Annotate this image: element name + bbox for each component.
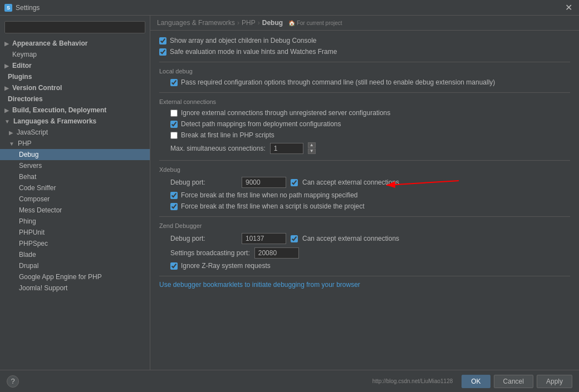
break-first-line-checkbox[interactable] xyxy=(170,132,178,139)
ignore-external-checkbox[interactable] xyxy=(170,110,178,117)
sidebar-items-container: Appearance & BehaviorKeymapEditorPlugins… xyxy=(0,38,150,294)
sidebar-item-javascript[interactable]: JavaScript xyxy=(0,127,150,138)
sidebar-item-phpspec[interactable]: PHPSpec xyxy=(0,238,150,249)
sidebar-label-debug: Debug xyxy=(19,151,38,158)
sidebar-item-phpunit[interactable]: PHPUnit xyxy=(0,227,150,238)
external-connections-section-label: External connections xyxy=(159,98,570,105)
cancel-button[interactable]: Cancel xyxy=(494,375,533,388)
sidebar-label-phpunit: PHPUnit xyxy=(19,229,45,236)
sidebar-label-javascript: JavaScript xyxy=(17,128,48,136)
show-array-label: Show array and object children in Debug … xyxy=(170,37,317,44)
sidebar-item-debug[interactable]: Debug xyxy=(0,149,150,160)
sidebar-label-codesniffer: Code Sniffer xyxy=(19,184,56,192)
zend-can-accept-checkbox[interactable] xyxy=(291,235,298,242)
ignore-external-label: Ignore external connections through unre… xyxy=(181,109,390,117)
safe-eval-label: Safe evaluation mode in value hints and … xyxy=(170,48,337,56)
max-connections-spinner: ▲ ▼ xyxy=(308,142,316,154)
sidebar-label-phing: Phing xyxy=(19,217,36,225)
sidebar-label-keymap: Keymap xyxy=(12,51,37,58)
title-bar-left: S Settings xyxy=(4,4,40,12)
break-first-line-label: Break at first line in PHP scripts xyxy=(181,131,274,139)
arrow-languages xyxy=(4,118,10,125)
sidebar-item-versioncontrol[interactable]: Version Control xyxy=(0,82,150,93)
sidebar-item-php[interactable]: PHP xyxy=(0,138,150,149)
debugger-link[interactable]: Use debugger bookmarklets to initiate de… xyxy=(159,281,360,289)
zend-port-input[interactable] xyxy=(242,233,286,244)
sidebar-item-build[interactable]: Build, Execution, Deployment xyxy=(0,105,150,116)
sidebar-item-phing[interactable]: Phing xyxy=(0,216,150,227)
sidebar-label-editor: Editor xyxy=(12,62,32,70)
xdebug-can-accept-checkbox[interactable] xyxy=(291,179,298,186)
max-connections-label: Max. simultaneous connections: xyxy=(170,145,266,152)
help-button[interactable]: ? xyxy=(7,375,19,388)
sidebar-item-messdetector[interactable]: Mess Detector xyxy=(0,205,150,216)
xdebug-port-input[interactable] xyxy=(242,177,286,188)
spinner-down[interactable]: ▼ xyxy=(308,148,316,154)
pass-required-checkbox[interactable] xyxy=(170,79,178,86)
broadcast-port-row: Settings broadcasting port: xyxy=(170,246,570,260)
detect-path-label: Detect path mappings from deployment con… xyxy=(181,120,341,128)
sidebar-label-blade: Blade xyxy=(19,251,36,259)
zend-port-label: Debug port: xyxy=(170,235,237,242)
breadcrumb: Languages & Frameworks › PHP › Debug 🏠 F… xyxy=(150,16,579,31)
sidebar-item-composer[interactable]: Composer xyxy=(0,193,150,205)
apply-button[interactable]: Apply xyxy=(537,375,572,388)
sidebar-item-editor[interactable]: Editor xyxy=(0,60,150,71)
sidebar-item-appearance[interactable]: Appearance & Behavior xyxy=(0,38,150,49)
detect-path-checkbox[interactable] xyxy=(170,121,178,128)
zend-port-row: Debug port: Can accept external connecti… xyxy=(170,231,570,246)
ok-button[interactable]: OK xyxy=(462,375,490,388)
sidebar: Appearance & BehaviorKeymapEditorPlugins… xyxy=(0,16,150,370)
zend-can-accept-label: Can accept external connections xyxy=(302,235,399,242)
max-connections-input[interactable] xyxy=(270,143,303,154)
sidebar-item-plugins[interactable]: Plugins xyxy=(0,71,150,82)
broadcast-port-input[interactable] xyxy=(254,247,299,259)
sidebar-item-codesniffer[interactable]: Code Sniffer xyxy=(0,182,150,193)
search-input[interactable] xyxy=(4,21,145,33)
sidebar-item-languages[interactable]: Languages & Frameworks xyxy=(0,116,150,127)
bottom-bar: ? http://blog.csdn.net/LiuMiao1128 OK Ca… xyxy=(0,370,579,392)
close-button[interactable]: ✕ xyxy=(563,3,575,12)
break-first-line-row: Break at first line in PHP scripts xyxy=(170,130,570,141)
sidebar-label-plugins: Plugins xyxy=(8,73,32,81)
ignore-external-row: Ignore external connections through unre… xyxy=(170,107,570,118)
force-break-outside-label: Force break at the first line when a scr… xyxy=(181,202,365,210)
main-container: Appearance & BehaviorKeymapEditorPlugins… xyxy=(0,16,579,370)
sidebar-item-servers[interactable]: Servers xyxy=(0,160,150,171)
sidebar-item-keymap[interactable]: Keymap xyxy=(0,49,150,60)
sidebar-label-composer: Composer xyxy=(19,195,50,203)
sidebar-item-googleappengine[interactable]: Google App Engine for PHP xyxy=(0,271,150,282)
sidebar-label-joomla: Joomla! Support xyxy=(19,284,67,292)
ignore-zray-row: Ignore Z-Ray system requests xyxy=(170,260,570,271)
spinner-up[interactable]: ▲ xyxy=(308,142,316,148)
sidebar-label-directories: Directories xyxy=(8,95,43,103)
sidebar-label-drupal: Drupal xyxy=(19,262,38,270)
ignore-zray-checkbox[interactable] xyxy=(170,262,178,270)
sidebar-label-behat: Behat xyxy=(19,173,36,181)
show-array-checkbox[interactable] xyxy=(159,37,166,44)
force-break-outside-checkbox[interactable] xyxy=(170,203,178,210)
sidebar-item-behat[interactable]: Behat xyxy=(0,171,150,182)
project-icon: 🏠 For current project xyxy=(288,20,342,26)
sidebar-item-directories[interactable]: Directories xyxy=(0,93,150,105)
arrow-php xyxy=(9,141,14,147)
xdebug-section-label: Xdebug xyxy=(159,166,570,173)
xdebug-can-accept-label: Can accept external connections xyxy=(302,178,399,186)
breadcrumb-part2: PHP xyxy=(242,19,256,27)
xdebug-section: Xdebug Debug port: xyxy=(159,166,570,212)
bottom-right: OK Cancel Apply xyxy=(462,375,572,388)
sidebar-item-joomla[interactable]: Joomla! Support xyxy=(0,282,150,294)
breadcrumb-sep1: › xyxy=(237,19,239,27)
sidebar-label-messdetector: Mess Detector xyxy=(19,206,62,214)
ignore-zray-label: Ignore Z-Ray system requests xyxy=(181,262,271,270)
safe-eval-checkbox[interactable] xyxy=(159,48,166,56)
sidebar-label-phpspec: PHPSpec xyxy=(19,240,48,247)
sidebar-item-drupal[interactable]: Drupal xyxy=(0,260,150,271)
detect-path-row: Detect path mappings from deployment con… xyxy=(170,118,570,130)
sidebar-label-languages: Languages & Frameworks xyxy=(13,117,96,125)
sidebar-item-blade[interactable]: Blade xyxy=(0,249,150,260)
breadcrumb-sep2: › xyxy=(258,19,260,27)
force-break-no-mapping-checkbox[interactable] xyxy=(170,192,178,199)
force-break-no-mapping-row: Force break at the first line when no pa… xyxy=(170,190,570,201)
content-body: Show array and object children in Debug … xyxy=(150,31,579,293)
